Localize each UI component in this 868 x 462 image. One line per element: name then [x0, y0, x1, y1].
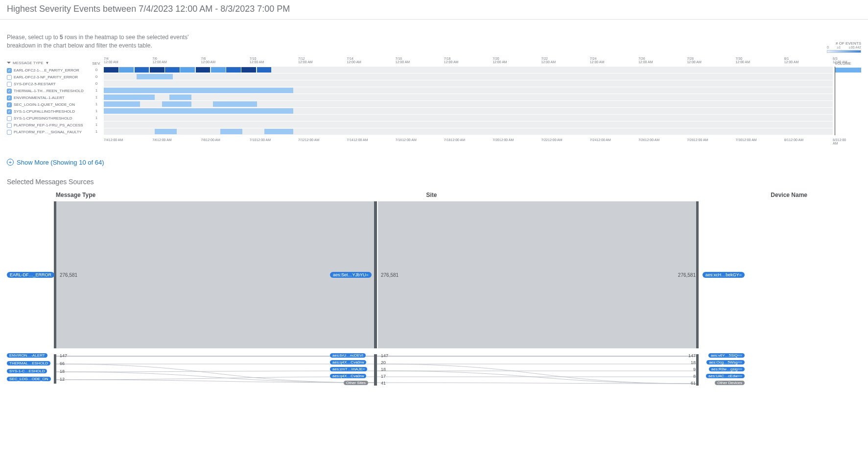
- sankey-right-node-4[interactable]: aes:UAC…cEdw==: [706, 374, 745, 378]
- axis-tick: 7/2212:00 AM: [541, 57, 556, 64]
- heatmap-cell[interactable]: [213, 101, 257, 107]
- sankey-mid-node-0[interactable]: aes:Set…YJbYU=: [330, 272, 372, 278]
- heatmap-row[interactable]: [104, 87, 833, 94]
- checkbox[interactable]: [7, 130, 12, 135]
- message-type-row[interactable]: EARL-DFC2-3-NF_PARITY_ERROR: [7, 74, 89, 81]
- show-more-button[interactable]: + Show More (Showing 10 of 64): [0, 152, 868, 171]
- checkbox[interactable]: ✓: [7, 109, 12, 114]
- heatmap-cell[interactable]: [162, 101, 191, 107]
- sankey-left-node-2[interactable]: THERMAL…ESHOLD: [7, 361, 50, 365]
- sankey-headers: Message Type Site Device Name: [0, 188, 868, 201]
- heatmap-cell[interactable]: [155, 129, 177, 134]
- heatmap-cell[interactable]: [135, 67, 149, 73]
- heatmap-cell[interactable]: [104, 67, 118, 73]
- message-type-label: PLATFORM_FEP-1-FRU_PS_ACCESS: [14, 123, 83, 127]
- message-type-label: THERMAL-1-TH…REEN_THRESHOLD: [14, 89, 84, 93]
- heatmap-cell[interactable]: [226, 67, 241, 73]
- checkbox[interactable]: [7, 75, 12, 80]
- heatmap-section: # OF EVENTS 0 ≥1 ≥30,442 MESSAGE TYPE ▼ …: [0, 54, 868, 152]
- heatmap-row[interactable]: [104, 128, 833, 135]
- heatmap-row[interactable]: [104, 101, 833, 108]
- sort-indicator-icon: ▼: [46, 61, 49, 65]
- heatmap-cell[interactable]: [211, 67, 226, 73]
- checkbox[interactable]: [7, 82, 12, 87]
- message-type-row[interactable]: ✓THERMAL-1-TH…REEN_THRESHOLD: [7, 88, 89, 95]
- message-type-row[interactable]: ✓EARL-DFC2-1-…E_PARITY_ERROR: [7, 67, 89, 74]
- message-type-row[interactable]: PLATFORM_FEP-1-FRU_PS_ACCESS: [7, 122, 89, 129]
- heatmap-cell[interactable]: [104, 101, 140, 107]
- message-type-row[interactable]: SYS-DFC2-5-RESTART: [7, 81, 89, 88]
- heatmap-cell[interactable]: [104, 88, 293, 93]
- axis-tick: 8/112:00 AM: [784, 57, 799, 64]
- selection-instructions: Please, select up to 5 rows in the heatm…: [0, 20, 211, 54]
- sankey-mid-node-3[interactable]: aes:zmT…lmAJE=: [330, 367, 367, 371]
- sankey-mid-node-4[interactable]: aes:q4X…Cva0rw: [330, 374, 366, 378]
- heatmap-row[interactable]: [104, 80, 833, 87]
- axis-tick: 7/2612:00 AM: [638, 138, 659, 142]
- message-type-header[interactable]: MESSAGE TYPE ▼: [7, 61, 89, 65]
- sankey-chart[interactable]: EARL-DF…_ERROR 276,581 ENVIRON…-ALERT 14…: [7, 201, 861, 388]
- checkbox[interactable]: ✓: [7, 96, 12, 100]
- sankey-left-node-3[interactable]: SYS-1-C…ESHOLD: [7, 369, 47, 373]
- heatmap-cell[interactable]: [220, 129, 242, 134]
- sankey-left-node-1[interactable]: ENVIRON…-ALERT: [7, 353, 47, 358]
- heatmap-body[interactable]: 7/412:00 AM7/612:00 AM7/812:00 AM7/1012:…: [104, 54, 833, 149]
- axis-tick: 7/1412:00 AM: [347, 138, 368, 142]
- heatmap-cell[interactable]: [264, 129, 294, 134]
- heatmap-axis-top: 7/412:00 AM7/612:00 AM7/812:00 AM7/1012:…: [104, 54, 833, 67]
- heatmap-cell[interactable]: [104, 108, 293, 114]
- sankey-right-val-4: 8: [693, 374, 696, 379]
- volume-bar-row: [835, 108, 861, 115]
- message-type-row[interactable]: ✓SEC_LOGIN-1-QUIET_MODE_ON: [7, 101, 89, 108]
- heatmap-cell[interactable]: [180, 67, 195, 73]
- sankey-mid-node-1[interactable]: aes:6rU…ncDEVl: [330, 353, 366, 358]
- sankey-left-node-0[interactable]: EARL-DF…_ERROR: [7, 272, 54, 278]
- sankey-right-node-5[interactable]: Other Devices: [715, 381, 745, 385]
- heatmap-cell[interactable]: [119, 67, 134, 73]
- heatmap-cell[interactable]: [196, 67, 211, 73]
- axis-tick: 7/1812:00 AM: [444, 138, 465, 142]
- heatmap-cell[interactable]: [137, 74, 173, 79]
- heatmap-cell[interactable]: [165, 67, 180, 73]
- checkbox[interactable]: [7, 116, 12, 121]
- heatmap-row[interactable]: [104, 108, 833, 115]
- sankey-right-node-3[interactable]: aes:R8w…gsig==: [709, 367, 745, 371]
- severity-header[interactable]: SEV.: [91, 54, 102, 67]
- message-type-row[interactable]: ✓ENVIRONMENTAL-1-ALERT: [7, 95, 89, 101]
- sankey-mid-node-2[interactable]: aes:q4X…Cva0rw: [330, 360, 366, 365]
- heatmap-row[interactable]: [104, 67, 833, 73]
- sankey-mid-node-5[interactable]: Other Sites: [344, 381, 368, 385]
- legend-max: ≥30,442: [849, 46, 861, 49]
- checkbox[interactable]: ✓: [7, 68, 12, 73]
- sankey-right-node-0[interactable]: aes:xcH…bekGY=: [703, 272, 745, 278]
- heatmap-cell[interactable]: [169, 95, 191, 100]
- message-type-row[interactable]: ✓SYS-1-CPUFALLINGTHRESHOLD: [7, 108, 89, 115]
- page-title-text: Highest Severity Events between 7/4/2023…: [7, 4, 290, 14]
- volume-column: VOLUME: [835, 54, 861, 135]
- svg-rect-6: [374, 354, 377, 386]
- message-type-label: EARL-DFC2-1-…E_PARITY_ERROR: [14, 68, 79, 73]
- heatmap-cell[interactable]: [257, 67, 272, 73]
- heatmap-cell[interactable]: [241, 67, 256, 73]
- checkbox[interactable]: ✓: [7, 102, 12, 107]
- message-type-label: SYS-1-CPUFALLINGTHRESHOLD: [14, 109, 75, 114]
- heatmap-row[interactable]: [104, 94, 833, 101]
- checkbox[interactable]: [7, 123, 12, 128]
- message-type-row[interactable]: PLATFORM_FEP…_SIGNAL_FAULTY: [7, 129, 89, 136]
- message-type-row[interactable]: SYS-1-CPURISINGTHRESHOLD: [7, 115, 89, 122]
- sankey-right-node-2[interactable]: aes:Ocg…5Wsg==: [706, 360, 745, 365]
- checkbox[interactable]: ✓: [7, 89, 12, 94]
- volume-bar-row: [835, 87, 861, 94]
- svg-rect-4: [696, 201, 699, 348]
- volume-bar-row: [835, 128, 861, 135]
- heatmap-cell[interactable]: [150, 67, 164, 73]
- heatmap-cell[interactable]: [104, 95, 155, 100]
- sankey-mid-val-0: 276,581: [381, 272, 399, 278]
- heatmap-row[interactable]: [104, 122, 833, 128]
- sankey-mid-val-1: 147: [381, 353, 388, 358]
- heatmap-row[interactable]: [104, 115, 833, 122]
- sankey-right-node-1[interactable]: aes:v6Y…5SlQ==: [708, 353, 745, 358]
- sankey-left-node-4[interactable]: SEC_LOG…ODE_ON: [7, 377, 51, 381]
- instructions-pre: Please, select up to: [7, 34, 60, 41]
- heatmap-row[interactable]: [104, 73, 833, 80]
